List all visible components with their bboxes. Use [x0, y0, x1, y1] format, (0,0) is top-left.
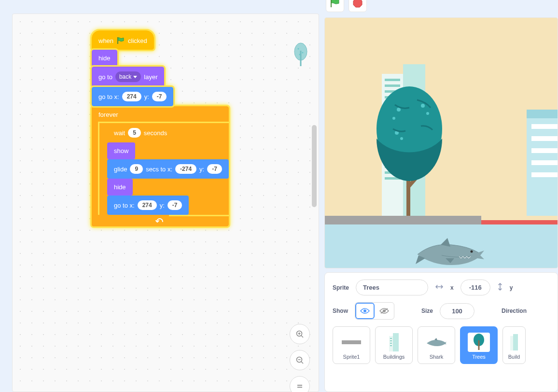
- sprite-thumb: [507, 333, 521, 352]
- zoom-out-button[interactable]: [290, 350, 310, 370]
- label: glide: [114, 166, 127, 173]
- glide-x-input[interactable]: -274: [175, 164, 196, 174]
- svg-rect-57: [393, 333, 399, 351]
- sprite-name-input[interactable]: Trees: [356, 280, 428, 295]
- sprite-card-shark[interactable]: Shark: [418, 326, 455, 364]
- svg-point-3: [294, 43, 307, 60]
- stage-header: [12, 0, 558, 14]
- svg-rect-20: [531, 124, 558, 129]
- svg-point-52: [471, 251, 473, 253]
- sprite-info-panel: Sprite Trees x -116 y Show Size 100 Dire…: [324, 272, 558, 392]
- svg-point-53: [363, 309, 366, 312]
- label: forever: [92, 106, 169, 123]
- x-input[interactable]: 274: [138, 200, 157, 210]
- svg-point-47: [392, 117, 395, 120]
- block-forever[interactable]: forever wait 5 seconds show glide 9 secs…: [92, 106, 229, 226]
- forever-body: wait 5 seconds show glide 9 secs to x: -…: [99, 123, 229, 215]
- sprite-list: Sprite1 Buildings Shark Trees Build: [333, 326, 550, 364]
- hide-option[interactable]: [375, 303, 394, 319]
- block-when-flag-clicked[interactable]: when clicked: [92, 30, 154, 50]
- block-go-to-xy[interactable]: go to x: 274 y: -7: [92, 87, 173, 106]
- size-input[interactable]: 100: [440, 303, 474, 319]
- svg-rect-60: [390, 340, 392, 341]
- block-hide[interactable]: hide: [92, 50, 117, 67]
- glide-secs-input[interactable]: 9: [130, 164, 143, 174]
- svg-point-51: [400, 137, 403, 140]
- svg-rect-66: [510, 336, 513, 350]
- block-hide-2[interactable]: hide: [107, 179, 133, 196]
- block-go-to-xy-2[interactable]: go to x: 274 y: -7: [107, 196, 189, 215]
- green-flag-icon: [116, 36, 125, 45]
- wait-input[interactable]: 5: [128, 128, 141, 138]
- label: wait: [114, 129, 125, 137]
- svg-point-46: [397, 108, 401, 112]
- show-hide-toggle: [355, 302, 394, 320]
- sprite-card-buildings[interactable]: Buildings: [375, 326, 413, 364]
- zoom-reset-button[interactable]: [290, 376, 310, 392]
- svg-rect-23: [531, 160, 558, 165]
- size-label: Size: [421, 308, 433, 314]
- svg-rect-61: [390, 343, 392, 344]
- tree-sprite: [371, 76, 448, 221]
- block-wait[interactable]: wait 5 seconds: [107, 123, 174, 142]
- sprite-card-trees[interactable]: Trees: [460, 326, 498, 364]
- x-arrows-icon: [435, 284, 444, 291]
- label: go to x:: [114, 202, 135, 209]
- block-glide[interactable]: glide 9 secs to x: -274 y: -7: [107, 159, 229, 179]
- blocks-workspace[interactable]: when clicked hide go to back layer go to…: [12, 14, 319, 392]
- workspace-scrollbar[interactable]: [312, 125, 317, 207]
- zoom-in-icon: [295, 330, 304, 338]
- sprite-card-sprite1[interactable]: Sprite1: [333, 326, 370, 364]
- eye-off-icon: [379, 308, 389, 314]
- label: clicked: [128, 37, 147, 44]
- zoom-out-icon: [295, 356, 304, 364]
- label: go to: [98, 73, 112, 81]
- label: hide: [98, 55, 111, 62]
- show-option[interactable]: [355, 303, 375, 319]
- svg-point-49: [426, 112, 429, 115]
- svg-rect-56: [342, 340, 361, 344]
- label: go to x:: [98, 93, 119, 100]
- svg-rect-24: [531, 172, 558, 177]
- block-script[interactable]: when clicked hide go to back layer go to…: [92, 30, 229, 226]
- show-label: Show: [333, 308, 348, 314]
- svg-point-5: [298, 48, 299, 50]
- y-input[interactable]: -7: [152, 92, 167, 101]
- layer-dropdown[interactable]: back: [115, 71, 141, 82]
- block-show[interactable]: show: [107, 142, 135, 159]
- svg-point-48: [421, 104, 425, 108]
- sprite-card-label: Build: [508, 354, 520, 360]
- y-input[interactable]: -7: [167, 200, 182, 210]
- x-input[interactable]: -116: [460, 280, 490, 295]
- label: seconds: [144, 129, 167, 137]
- shark-sprite: [413, 237, 485, 266]
- x-input[interactable]: 274: [122, 92, 141, 101]
- svg-rect-59: [390, 338, 392, 339]
- label: when: [98, 37, 113, 44]
- svg-point-2: [294, 43, 307, 60]
- zoom-controls: [290, 324, 310, 392]
- sprite-card-label: Sprite1: [343, 354, 360, 360]
- direction-label: Direction: [502, 308, 527, 314]
- sprite-label: Sprite: [333, 284, 349, 291]
- label: y:: [199, 166, 204, 173]
- zoom-in-button[interactable]: [290, 324, 310, 344]
- sprite-thumb: [340, 333, 363, 352]
- loop-arrow-icon: [155, 217, 164, 224]
- glide-y-input[interactable]: -7: [207, 164, 222, 174]
- eye-icon: [360, 308, 370, 314]
- label: y:: [144, 93, 149, 100]
- stop-button[interactable]: [349, 0, 367, 12]
- svg-rect-21: [531, 136, 558, 141]
- stage[interactable]: [324, 17, 558, 268]
- y-label: y: [510, 284, 513, 291]
- sprite-thumb: [468, 333, 490, 352]
- sprite-card-label: Buildings: [383, 354, 405, 360]
- label: show: [114, 147, 128, 154]
- sprite-card-label: Trees: [472, 354, 486, 360]
- sprite-card-label: Shark: [430, 354, 444, 360]
- sprite-thumb: [425, 333, 447, 352]
- sprite-card-build-clipped[interactable]: Build: [502, 326, 526, 364]
- green-flag-button[interactable]: [326, 0, 344, 12]
- block-go-to-layer[interactable]: go to back layer: [92, 67, 164, 87]
